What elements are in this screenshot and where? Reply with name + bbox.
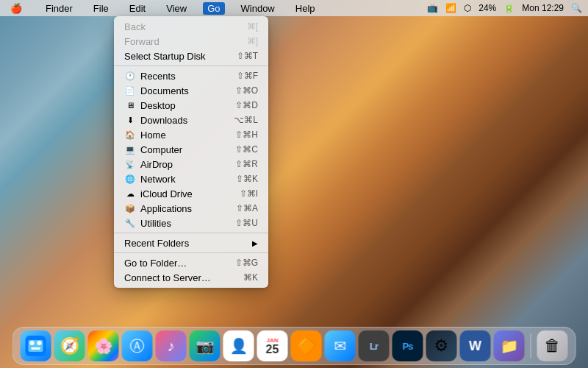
menu-item-back-label: Back (124, 21, 247, 32)
menu-finder[interactable]: Finder (41, 2, 77, 15)
separator-1 (114, 66, 268, 66)
menu-item-recents-shortcut: ⇧⌘F (237, 71, 258, 81)
menu-item-desktop-shortcut: ⇧⌘D (235, 100, 258, 110)
menu-item-forward-label: Forward (124, 36, 247, 47)
menu-item-home-label: Home (140, 130, 235, 141)
menu-edit[interactable]: Edit (125, 2, 150, 15)
menu-item-recents[interactable]: 🕐 Recents ⇧⌘F (114, 68, 268, 83)
applications-icon: 📦 (124, 202, 136, 214)
dock-icon-lightroom[interactable]: Lr (359, 330, 390, 361)
menu-item-computer[interactable]: 💻 Computer ⇧⌘C (114, 142, 268, 157)
menu-item-goto-label: Go to Folder… (124, 258, 235, 269)
battery-icon: 🔋 (503, 3, 514, 13)
menu-item-back[interactable]: Back ⌘[ (114, 19, 268, 34)
computer-icon: 💻 (124, 144, 136, 155)
menu-item-connect-shortcut: ⌘K (243, 272, 258, 283)
menu-item-applications-shortcut: ⇧⌘A (236, 203, 258, 213)
screen-icon: 📺 (427, 3, 438, 13)
recents-icon: 🕐 (124, 70, 136, 82)
airdrop-icon: 📡 (124, 158, 136, 170)
menu-item-network-shortcut: ⇧⌘K (236, 174, 258, 184)
dock-icon-vlc[interactable]: 🔶 (291, 330, 322, 361)
clock: Mon 12:29 (522, 3, 564, 13)
icloud-icon: ☁ (124, 188, 136, 199)
menu-item-back-shortcut: ⌘[ (247, 21, 258, 32)
menu-help[interactable]: Help (291, 2, 320, 15)
menu-bar-right: 📺 📶 ⬡ 24% 🔋 Mon 12:29 🔍 (427, 3, 582, 13)
dock-icon-photoshop[interactable]: Ps (392, 330, 423, 361)
menu-item-forward-shortcut: ⌘] (247, 36, 258, 46)
dock-icon-contacts[interactable]: 👤 (223, 330, 254, 361)
utilities-icon: 🔧 (124, 217, 136, 229)
documents-icon: 📄 (124, 85, 136, 96)
dock-icon-facetime[interactable]: 📷 (190, 330, 220, 361)
home-icon: 🏠 (124, 129, 136, 141)
menu-item-connect[interactable]: Connect to Server… ⌘K (114, 270, 268, 285)
menu-item-goto-shortcut: ⇧⌘G (235, 258, 258, 268)
menu-item-network-label: Network (140, 174, 236, 185)
menu-item-connect-label: Connect to Server… (124, 272, 243, 283)
dock-icon-finder[interactable] (21, 330, 51, 361)
menu-item-applications-label: Applications (140, 203, 236, 214)
menu-item-airdrop-label: AirDrop (140, 159, 235, 170)
menu-bar: 🍎 Finder File Edit View Go Window Help 📺… (0, 0, 588, 16)
go-menu-dropdown: Back ⌘[ Forward ⌘] Select Startup Disk ⇧… (114, 16, 268, 288)
menu-item-computer-label: Computer (140, 144, 235, 155)
search-icon[interactable]: 🔍 (571, 3, 582, 13)
menu-item-documents[interactable]: 📄 Documents ⇧⌘O (114, 83, 268, 98)
desktop-icon: 🖥 (124, 99, 136, 111)
dock-icon-steam[interactable]: ⚙ (426, 330, 457, 361)
menu-view[interactable]: View (162, 2, 191, 15)
dock-icon-calendar[interactable]: JAN 25 (257, 330, 288, 361)
menu-item-airdrop-shortcut: ⇧⌘R (235, 159, 258, 169)
dock-icon-photos[interactable]: 🌸 (88, 330, 119, 361)
menu-item-airdrop[interactable]: 📡 AirDrop ⇧⌘R (114, 157, 268, 171)
menu-item-downloads[interactable]: ⬇ Downloads ⌥⌘L (114, 113, 268, 127)
menu-item-startup-shortcut: ⇧⌘T (237, 51, 258, 61)
dock-icon-misc[interactable]: 📁 (494, 330, 525, 361)
menu-file[interactable]: File (89, 2, 113, 15)
network-icon: 🌐 (124, 173, 136, 185)
menu-item-startup[interactable]: Select Startup Disk ⇧⌘T (114, 49, 268, 63)
wifi-icon: 📶 (445, 3, 456, 13)
menu-item-computer-shortcut: ⇧⌘C (235, 144, 258, 155)
separator-2 (114, 233, 268, 233)
bluetooth-icon: ⬡ (464, 3, 471, 13)
menu-item-utilities-shortcut: ⇧⌘U (235, 218, 258, 228)
menu-item-home-shortcut: ⇧⌘H (235, 130, 258, 140)
dock-icon-trash[interactable]: 🗑 (537, 330, 568, 361)
menu-item-desktop-label: Desktop (140, 100, 235, 111)
downloads-icon: ⬇ (124, 114, 136, 126)
dock: 🧭 🌸 Ⓐ ♪ 📷 👤 JAN 25 🔶 ✉ Lr Ps ⚙ W 📁 🗑 (12, 327, 576, 365)
dock-icon-mail[interactable]: ✉ (325, 330, 356, 361)
menu-item-desktop[interactable]: 🖥 Desktop ⇧⌘D (114, 98, 268, 113)
menu-item-downloads-shortcut: ⌥⌘L (234, 115, 258, 125)
dock-icon-itunes[interactable]: ♪ (156, 330, 187, 361)
menu-item-recent-folders[interactable]: Recent Folders ▶ (114, 236, 268, 250)
dock-icon-word[interactable]: W (460, 330, 491, 361)
menu-item-documents-label: Documents (140, 85, 235, 96)
menu-item-utilities[interactable]: 🔧 Utilities ⇧⌘U (114, 216, 268, 230)
svg-rect-4 (32, 347, 40, 350)
desktop: 🍎 Finder File Edit View Go Window Help 📺… (0, 0, 588, 368)
menu-item-goto[interactable]: Go to Folder… ⇧⌘G (114, 255, 268, 270)
dock-separator (531, 333, 531, 358)
menu-item-icloud[interactable]: ☁ iCloud Drive ⇧⌘I (114, 186, 268, 201)
battery-level: 24% (478, 3, 496, 13)
menu-item-home[interactable]: 🏠 Home ⇧⌘H (114, 127, 268, 142)
menu-item-network[interactable]: 🌐 Network ⇧⌘K (114, 171, 268, 186)
svg-point-2 (30, 341, 35, 345)
menu-item-applications[interactable]: 📦 Applications ⇧⌘A (114, 201, 268, 216)
apple-menu[interactable]: 🍎 (6, 2, 26, 15)
dock-icon-safari[interactable]: 🧭 (54, 330, 85, 361)
menu-item-documents-shortcut: ⇧⌘O (235, 85, 258, 96)
menu-item-icloud-label: iCloud Drive (140, 188, 240, 199)
menu-item-utilities-label: Utilities (140, 218, 235, 229)
menu-window[interactable]: Window (237, 2, 279, 15)
menu-item-startup-label: Select Startup Disk (124, 51, 237, 62)
menu-item-forward[interactable]: Forward ⌘] (114, 34, 268, 49)
menu-go[interactable]: Go (203, 2, 224, 15)
menu-item-downloads-label: Downloads (140, 115, 234, 126)
dock-icon-appstore[interactable]: Ⓐ (122, 330, 153, 361)
menu-item-recent-folders-label: Recent Folders (124, 238, 252, 249)
